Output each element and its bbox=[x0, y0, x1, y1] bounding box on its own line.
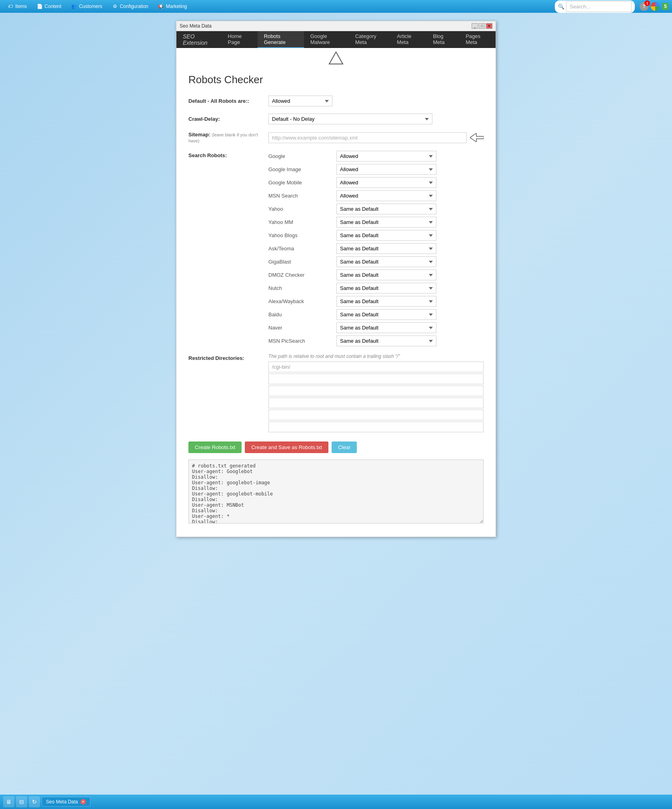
sitemap-control bbox=[268, 132, 484, 143]
crawl-delay-select[interactable]: Default - No Delay 5 seconds 10 seconds bbox=[268, 114, 432, 124]
restricted-dir-input[interactable] bbox=[268, 362, 484, 372]
arrow-indicator bbox=[176, 48, 496, 66]
refresh-icon[interactable]: ↻ bbox=[29, 796, 40, 807]
robot-row: DMOZ CheckerAllowedDisallowedSame as Def… bbox=[268, 270, 484, 280]
window-icon[interactable]: ⊟ bbox=[16, 796, 27, 807]
nav-category-meta[interactable]: Category Meta bbox=[349, 31, 390, 48]
taskbar-items[interactable]: 🏷 Items bbox=[3, 2, 31, 11]
nav-article-meta[interactable]: Article Meta bbox=[390, 31, 426, 48]
robot-select[interactable]: AllowedDisallowedSame as Default bbox=[336, 270, 436, 280]
create-save-robots-button[interactable]: Create and Save as Robots.txt bbox=[245, 441, 328, 453]
robot-name: Naver bbox=[268, 325, 336, 331]
robot-select[interactable]: AllowedDisallowedSame as Default bbox=[336, 190, 436, 201]
page-title: Robots Checker bbox=[188, 74, 484, 86]
robot-name: Nutch bbox=[268, 285, 336, 291]
bottom-tab-seo[interactable]: Seo Meta Data ✕ bbox=[42, 797, 90, 807]
page-content: Robots Checker Default - All Robots are:… bbox=[176, 66, 496, 537]
robot-select[interactable]: AllowedDisallowedSame as Default bbox=[336, 177, 436, 188]
robot-row: NaverAllowedDisallowedSame as Default bbox=[268, 322, 484, 333]
clear-button[interactable]: Clear bbox=[332, 441, 357, 453]
crawl-delay-control: Default - No Delay 5 seconds 10 seconds bbox=[268, 114, 484, 124]
create-robots-button[interactable]: Create Robots.txt bbox=[188, 441, 242, 453]
nav-pages-meta[interactable]: Pages Meta bbox=[459, 31, 496, 48]
robot-grid: GoogleAllowedDisallowedSame as DefaultGo… bbox=[268, 151, 484, 346]
window-titlebar: Seo Meta Data _ □ ✕ bbox=[176, 21, 496, 31]
chrome-icon[interactable] bbox=[651, 2, 660, 11]
default-robots-select[interactable]: Allowed Disallowed bbox=[268, 96, 332, 106]
search-robots-row: Search Robots: GoogleAllowedDisallowedSa… bbox=[188, 151, 484, 346]
robot-select[interactable]: AllowedDisallowedSame as Default bbox=[336, 230, 436, 241]
robot-row: YahooAllowedDisallowedSame as Default bbox=[268, 204, 484, 214]
robot-name: Yahoo bbox=[268, 206, 336, 212]
restricted-dir-input[interactable] bbox=[268, 398, 484, 408]
bottom-taskbar: 🖥 ⊟ ↻ Seo Meta Data ✕ bbox=[0, 795, 672, 809]
notification-badge: 1 bbox=[644, 0, 650, 6]
restricted-content: The path is relative to root and must co… bbox=[268, 354, 484, 433]
taskbar-customers[interactable]: 👥 Customers bbox=[67, 2, 106, 11]
search-input[interactable] bbox=[566, 1, 632, 12]
robot-name: Yahoo MM bbox=[268, 219, 336, 225]
taskbar: 🏷 Items 📄 Content 👥 Customers ⚙ Configur… bbox=[0, 0, 672, 13]
marketing-icon: 📢 bbox=[158, 3, 164, 10]
nav-google-malware[interactable]: Google Malware bbox=[304, 31, 349, 48]
restricted-dir-input[interactable] bbox=[268, 386, 484, 396]
robot-select[interactable]: AllowedDisallowedSame as Default bbox=[336, 243, 436, 254]
desktop-icon[interactable]: 🖥 bbox=[3, 796, 14, 807]
app-nav: SEO Extension Home Page Robots Generate … bbox=[176, 31, 496, 48]
robot-name: Google bbox=[268, 153, 336, 159]
robot-select[interactable]: AllowedDisallowedSame as Default bbox=[336, 296, 436, 307]
output-textarea[interactable] bbox=[188, 459, 484, 523]
people-icon: 👥 bbox=[71, 3, 77, 10]
help-icon[interactable]: ? 1 bbox=[640, 2, 648, 11]
restricted-dir-input[interactable] bbox=[268, 409, 484, 420]
restricted-dir-input[interactable] bbox=[268, 374, 484, 384]
restricted-label: Restricted Directories: bbox=[188, 354, 268, 361]
bottom-tab-label: Seo Meta Data bbox=[46, 799, 78, 805]
nav-home-page[interactable]: Home Page bbox=[222, 31, 258, 48]
taskbar-right: ? 1 5 bbox=[640, 2, 669, 11]
robot-row: Google MobileAllowedDisallowedSame as De… bbox=[268, 177, 484, 188]
robot-row: GigaBlastAllowedDisallowedSame as Defaul… bbox=[268, 256, 484, 267]
default-robots-control: Allowed Disallowed bbox=[268, 96, 484, 106]
maximize-button[interactable]: □ bbox=[479, 23, 485, 29]
robot-select[interactable]: AllowedDisallowedSame as Default bbox=[336, 256, 436, 267]
svg-marker-1 bbox=[470, 133, 484, 142]
sitemap-input[interactable] bbox=[268, 132, 467, 143]
nav-robots-generate[interactable]: Robots Generate bbox=[258, 31, 304, 48]
robot-select[interactable]: AllowedDisallowedSame as Default bbox=[336, 322, 436, 333]
minimize-button[interactable]: _ bbox=[472, 23, 478, 29]
close-button[interactable]: ✕ bbox=[486, 23, 492, 29]
robot-select[interactable]: AllowedDisallowedSame as Default bbox=[336, 309, 436, 320]
robot-select[interactable]: AllowedDisallowedSame as Default bbox=[336, 164, 436, 175]
robot-select[interactable]: AllowedDisallowedSame as Default bbox=[336, 204, 436, 214]
nav-brand: SEO Extension bbox=[176, 33, 222, 46]
robot-name: Yahoo Blogs bbox=[268, 232, 336, 238]
restricted-row: Restricted Directories: The path is rela… bbox=[188, 354, 484, 433]
robot-name: MSN Search bbox=[268, 193, 336, 199]
robot-name: Google Mobile bbox=[268, 180, 336, 186]
restricted-dir-input[interactable] bbox=[268, 421, 484, 432]
search-icon: 🔍 bbox=[558, 4, 564, 10]
robot-select[interactable]: AllowedDisallowedSame as Default bbox=[336, 151, 436, 162]
bottom-tab-close-button[interactable]: ✕ bbox=[80, 799, 86, 805]
num-badge: 5 bbox=[662, 3, 669, 10]
robot-select[interactable]: AllowedDisallowedSame as Default bbox=[336, 283, 436, 294]
taskbar-content[interactable]: 📄 Content bbox=[32, 2, 65, 11]
robot-name: MSN PicSearch bbox=[268, 338, 336, 344]
robot-name: GigaBlast bbox=[268, 259, 336, 265]
robot-row: Google ImageAllowedDisallowedSame as Def… bbox=[268, 164, 484, 175]
up-arrow-icon bbox=[328, 51, 344, 65]
robot-name: Baidu bbox=[268, 312, 336, 318]
nav-blog-meta[interactable]: Blog Meta bbox=[427, 31, 460, 48]
default-robots-row: Default - All Robots are:: Allowed Disal… bbox=[188, 96, 484, 106]
window-title: Seo Meta Data bbox=[180, 23, 212, 29]
crawl-delay-row: Crawl-Delay: Default - No Delay 5 second… bbox=[188, 114, 484, 124]
taskbar-configuration[interactable]: ⚙ Configuration bbox=[108, 2, 152, 11]
restricted-hint: The path is relative to root and must co… bbox=[268, 354, 484, 359]
robot-select[interactable]: AllowedDisallowedSame as Default bbox=[336, 336, 436, 346]
sitemap-row: Sitemap: (leave blank if you don't have) bbox=[188, 132, 484, 144]
search-bar: 🔍 bbox=[555, 0, 635, 13]
robot-select[interactable]: AllowedDisallowedSame as Default bbox=[336, 217, 436, 228]
taskbar-marketing[interactable]: 📢 Marketing bbox=[154, 2, 191, 11]
robot-row: Yahoo MMAllowedDisallowedSame as Default bbox=[268, 217, 484, 228]
